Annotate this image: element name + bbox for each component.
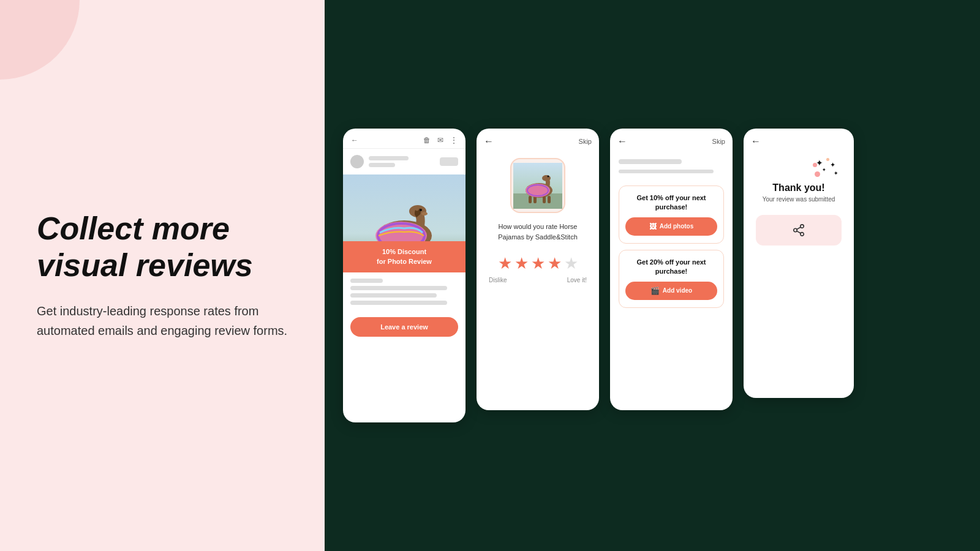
svg-point-10 bbox=[420, 209, 422, 211]
more-icon[interactable]: ⋮ bbox=[450, 136, 458, 144]
svg-point-22 bbox=[548, 175, 549, 177]
svg-point-15 bbox=[542, 175, 551, 181]
product-thumbnail-container bbox=[477, 152, 599, 217]
add-photos-label: Add photos bbox=[660, 223, 694, 230]
email-sender-row bbox=[343, 149, 466, 174]
media-back-icon[interactable]: ← bbox=[617, 136, 627, 147]
discount-line2: for Photo Review bbox=[377, 258, 432, 265]
star-4[interactable]: ★ bbox=[548, 254, 562, 273]
svg-point-20 bbox=[526, 184, 550, 197]
line1 bbox=[350, 279, 383, 283]
photo-upsell-title: Get 10% off your next purchase! bbox=[625, 193, 717, 212]
discount-line1: 10% Discount bbox=[382, 248, 426, 255]
heading-line2: visual reviews bbox=[37, 247, 253, 283]
rating-nav: ← Skip bbox=[477, 129, 599, 152]
share-icon[interactable] bbox=[792, 223, 805, 237]
photo-upsell-box: Get 10% off your next purchase! 🖼 Add ph… bbox=[619, 186, 724, 244]
back-arrow-icon[interactable]: ← bbox=[350, 136, 359, 144]
email-card: ← 🗑 ✉ ⋮ bbox=[343, 129, 466, 422]
svg-rect-18 bbox=[543, 196, 546, 203]
video-upsell-title: Get 20% off your next purchase! bbox=[625, 258, 717, 277]
rating-back-icon[interactable]: ← bbox=[484, 136, 494, 147]
envelope-icon[interactable]: ✉ bbox=[436, 136, 445, 144]
right-panel: ← 🗑 ✉ ⋮ bbox=[325, 0, 980, 551]
rating-question: How would you rate Horse Pajamas by Sadd… bbox=[477, 217, 599, 247]
content-bar-2 bbox=[619, 170, 714, 173]
main-heading: Collect more visual reviews bbox=[37, 211, 288, 284]
star-5[interactable]: ★ bbox=[564, 254, 578, 273]
media-skip-label[interactable]: Skip bbox=[712, 138, 725, 145]
svg-point-25 bbox=[801, 233, 804, 236]
svg-rect-16 bbox=[529, 196, 532, 203]
media-upsell-card: ← Skip Get 10% off your next purchase! 🖼… bbox=[610, 129, 733, 410]
line4 bbox=[350, 301, 447, 305]
sender-date-line bbox=[369, 163, 395, 167]
discount-banner: 10% Discount for Photo Review bbox=[343, 241, 466, 272]
star-3[interactable]: ★ bbox=[531, 254, 545, 273]
horse-image: 10% Discount for Photo Review bbox=[343, 174, 466, 272]
love-label: Love it! bbox=[567, 277, 587, 283]
thankyou-subtitle: Your review was submitted bbox=[763, 196, 835, 203]
share-area bbox=[756, 215, 842, 246]
rating-skip-label[interactable]: Skip bbox=[579, 138, 592, 145]
email-top-bar: ← 🗑 ✉ ⋮ bbox=[343, 129, 466, 149]
thankyou-card: ← ✦ ✦ ✦ ✦ Thank you! Your review was sub… bbox=[744, 129, 854, 398]
video-icon: 🎬 bbox=[650, 287, 660, 295]
sender-info bbox=[369, 156, 435, 167]
email-body-lines bbox=[343, 272, 466, 311]
add-video-label: Add video bbox=[663, 287, 692, 294]
thankyou-back-icon[interactable]: ← bbox=[751, 136, 761, 147]
star-1[interactable]: ★ bbox=[498, 254, 512, 273]
media-nav: ← Skip bbox=[610, 129, 733, 152]
delete-icon[interactable]: 🗑 bbox=[423, 136, 431, 144]
add-video-button[interactable]: 🎬 Add video bbox=[625, 282, 717, 300]
heading-line1: Collect more bbox=[37, 211, 230, 246]
svg-line-27 bbox=[797, 227, 801, 230]
dislike-label: Dislike bbox=[489, 277, 507, 283]
thankyou-nav: ← bbox=[744, 129, 854, 152]
photo-icon: 🖼 bbox=[649, 222, 657, 231]
email-action-icons: 🗑 ✉ ⋮ bbox=[423, 136, 458, 144]
content-bar-1 bbox=[619, 159, 682, 164]
sender-avatar bbox=[350, 155, 364, 168]
media-content: Get 10% off your next purchase! 🖼 Add ph… bbox=[610, 152, 733, 315]
video-upsell-box: Get 20% off your next purchase! 🎬 Add vi… bbox=[619, 250, 724, 308]
svg-rect-19 bbox=[548, 196, 551, 203]
confetti-decoration: ✦ ✦ ✦ ✦ bbox=[793, 158, 842, 195]
svg-point-11 bbox=[421, 212, 428, 216]
star-2[interactable]: ★ bbox=[514, 254, 529, 273]
line3 bbox=[350, 293, 437, 298]
sender-name-line bbox=[369, 156, 409, 160]
svg-point-24 bbox=[794, 228, 797, 232]
add-photos-button[interactable]: 🖼 Add photos bbox=[625, 217, 717, 236]
thankyou-content: ✦ ✦ ✦ ✦ Thank you! Your review was submi… bbox=[744, 152, 854, 258]
svg-line-26 bbox=[797, 231, 801, 233]
product-horse-svg bbox=[513, 163, 562, 209]
rating-card: ← Skip bbox=[477, 129, 599, 410]
leave-review-button[interactable]: Leave a review bbox=[350, 317, 458, 337]
left-panel: Collect more visual reviews Get industry… bbox=[0, 0, 325, 551]
line2 bbox=[350, 286, 447, 290]
stars-row: ★ ★ ★ ★ ★ bbox=[477, 247, 599, 276]
rating-labels: Dislike Love it! bbox=[477, 276, 599, 293]
sub-text: Get industry-leading response rates from… bbox=[37, 301, 288, 340]
svg-point-23 bbox=[801, 225, 804, 228]
email-badge bbox=[440, 157, 458, 166]
product-thumbnail bbox=[510, 158, 565, 213]
